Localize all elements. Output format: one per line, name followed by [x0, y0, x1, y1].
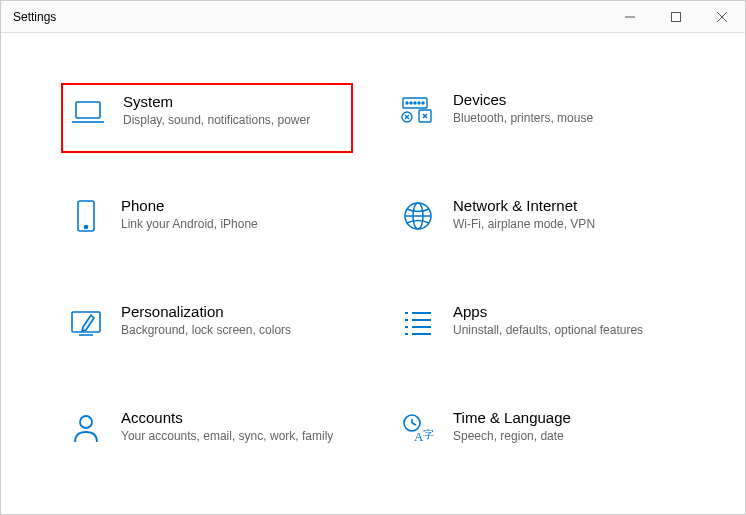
svg-point-7 [406, 102, 408, 104]
tile-system[interactable]: System Display, sound, notifications, po… [61, 83, 353, 153]
svg-point-31 [80, 416, 92, 428]
window-title: Settings [1, 10, 56, 24]
svg-point-10 [418, 102, 420, 104]
tile-desc: Link your Android, iPhone [121, 216, 335, 233]
tile-title: Accounts [121, 409, 335, 426]
tile-title: System [123, 93, 333, 110]
tile-personalization[interactable]: Personalization Background, lock screen,… [61, 295, 353, 365]
svg-point-11 [422, 102, 424, 104]
tile-title: Network & Internet [453, 197, 667, 214]
close-button[interactable] [699, 1, 745, 32]
tile-title: Personalization [121, 303, 335, 320]
minimize-button[interactable] [607, 1, 653, 32]
time-language-icon: A 字 [401, 411, 435, 445]
tile-time-language[interactable]: A 字 Time & Language Speech, region, date [393, 401, 685, 471]
tile-title: Phone [121, 197, 335, 214]
tile-desc: Your accounts, email, sync, work, family [121, 428, 335, 445]
tile-desc: Background, lock screen, colors [121, 322, 335, 339]
tile-network[interactable]: Network & Internet Wi-Fi, airplane mode,… [393, 189, 685, 259]
tile-desc: Display, sound, notifications, power [123, 112, 333, 129]
tile-desc: Wi-Fi, airplane mode, VPN [453, 216, 667, 233]
apps-list-icon [401, 305, 435, 339]
tile-title: Devices [453, 91, 667, 108]
devices-icon [401, 93, 435, 127]
tile-desc: Uninstall, defaults, optional features [453, 322, 667, 339]
tile-desc: Speech, region, date [453, 428, 667, 445]
globe-icon [401, 199, 435, 233]
personalization-icon [69, 305, 103, 339]
svg-line-34 [412, 423, 416, 425]
svg-rect-1 [672, 12, 681, 21]
svg-text:字: 字 [423, 428, 434, 440]
tile-accounts[interactable]: Accounts Your accounts, email, sync, wor… [61, 401, 353, 471]
person-icon [69, 411, 103, 445]
tile-apps[interactable]: Apps Uninstall, defaults, optional featu… [393, 295, 685, 365]
titlebar: Settings [1, 1, 745, 33]
tile-desc: Bluetooth, printers, mouse [453, 110, 667, 127]
phone-icon [69, 199, 103, 233]
tile-title: Apps [453, 303, 667, 320]
laptop-icon [71, 95, 105, 129]
tile-title: Time & Language [453, 409, 667, 426]
settings-home: System Display, sound, notifications, po… [1, 33, 745, 501]
maximize-button[interactable] [653, 1, 699, 32]
svg-point-17 [85, 226, 88, 229]
svg-rect-4 [76, 102, 100, 118]
settings-tiles-grid: System Display, sound, notifications, po… [61, 83, 685, 471]
tile-devices[interactable]: Devices Bluetooth, printers, mouse [393, 83, 685, 153]
window-controls [607, 1, 745, 32]
tile-phone[interactable]: Phone Link your Android, iPhone [61, 189, 353, 259]
svg-point-9 [414, 102, 416, 104]
svg-point-8 [410, 102, 412, 104]
